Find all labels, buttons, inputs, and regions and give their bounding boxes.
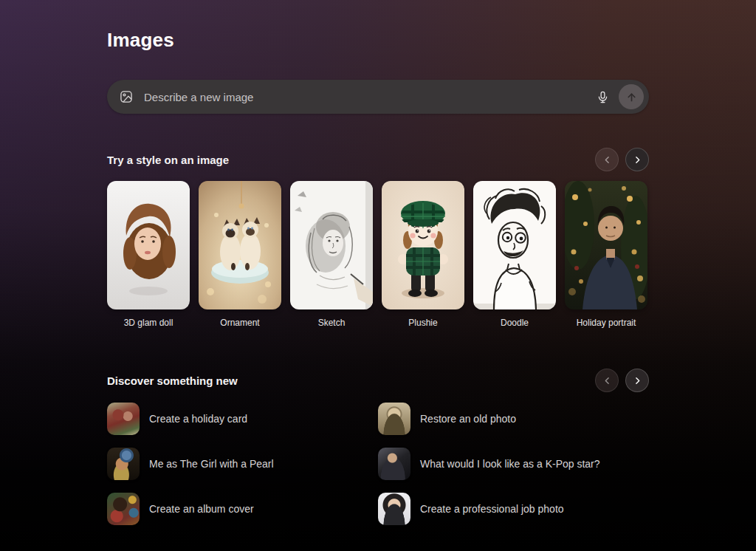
discover-item-professional-job-photo[interactable]: Create a professional job photo <box>378 493 649 525</box>
chevron-right-icon <box>633 376 642 386</box>
discover-item-label: Create a professional job photo <box>420 503 564 515</box>
chevron-left-icon <box>602 155 612 165</box>
discover-item-label: Create an album cover <box>149 503 254 515</box>
image-prompt-bar[interactable] <box>107 80 649 114</box>
styles-prev-button[interactable] <box>595 148 619 171</box>
styles-next-button[interactable] <box>625 148 649 171</box>
job-photo-thumbnail <box>378 493 410 525</box>
discover-item-label: Create a holiday card <box>149 413 247 425</box>
style-card-label: Holiday portrait <box>565 318 647 328</box>
discover-grid: Create a holiday card Me as The Girl wit… <box>107 403 649 525</box>
ornament-image <box>199 181 281 309</box>
style-card-label: 3D glam doll <box>107 318 190 328</box>
images-page: Images <box>107 0 649 525</box>
style-card-ornament[interactable]: Ornament <box>199 181 281 328</box>
chevron-left-icon <box>602 376 612 386</box>
discover-item-holiday-card[interactable]: Create a holiday card <box>107 403 378 435</box>
styles-section-title: Try a style on an image <box>107 154 229 166</box>
discover-item-label: Restore an old photo <box>420 413 516 425</box>
kpop-star-thumbnail <box>378 448 410 480</box>
style-card-holiday-portrait[interactable]: Holiday portrait <box>565 181 647 328</box>
discover-item-kpop-star[interactable]: What would I look like as a K-Pop star? <box>378 448 649 480</box>
style-card-label: Plushie <box>382 318 464 328</box>
arrow-up-icon <box>625 91 638 103</box>
style-card-label: Ornament <box>199 318 281 328</box>
style-card-label: Doodle <box>473 318 556 328</box>
holiday-portrait-image <box>565 181 647 309</box>
old-photo-thumbnail <box>378 403 410 435</box>
chevron-right-icon <box>633 155 642 165</box>
style-card-label: Sketch <box>290 318 373 328</box>
page-title: Images <box>107 29 649 52</box>
style-card-plushie[interactable]: Plushie <box>382 181 464 328</box>
doodle-image <box>473 181 556 309</box>
style-card-doodle[interactable]: Doodle <box>473 181 556 328</box>
microphone-icon <box>596 90 610 104</box>
album-cover-thumbnail <box>107 493 140 525</box>
microphone-button[interactable] <box>591 85 614 109</box>
discover-item-label: Me as The Girl with a Pearl <box>149 458 274 470</box>
discover-section: Discover something new Create a holiday … <box>107 369 649 525</box>
styles-section: Try a style on an image <box>107 148 649 328</box>
discover-prev-button[interactable] <box>595 369 619 392</box>
image-icon <box>119 89 134 104</box>
discover-next-button[interactable] <box>625 369 649 392</box>
holiday-card-thumbnail <box>107 403 140 435</box>
style-card-3d-glam-doll[interactable]: 3D glam doll <box>107 181 190 328</box>
plushie-image <box>382 181 464 309</box>
style-card-row: 3D glam doll <box>107 181 649 328</box>
discover-item-label: What would I look like as a K-Pop star? <box>420 458 600 470</box>
3d-glam-doll-image <box>107 181 190 309</box>
discover-item-album-cover[interactable]: Create an album cover <box>107 493 378 525</box>
describe-image-input[interactable] <box>144 91 591 103</box>
discover-item-girl-with-pearl[interactable]: Me as The Girl with a Pearl <box>107 448 378 480</box>
discover-item-restore-old-photo[interactable]: Restore an old photo <box>378 403 649 435</box>
discover-section-title: Discover something new <box>107 374 238 387</box>
girl-with-pearl-thumbnail <box>107 448 140 480</box>
submit-button[interactable] <box>619 84 644 109</box>
style-card-sketch[interactable]: Sketch <box>290 181 373 328</box>
sketch-image <box>290 181 373 309</box>
